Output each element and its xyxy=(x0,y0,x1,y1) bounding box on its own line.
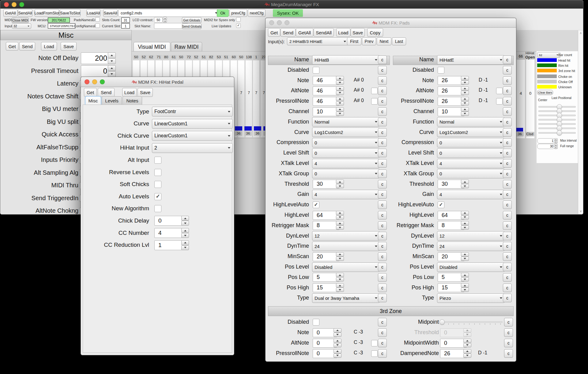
head-level-shift-dropdown[interactable]: 0 xyxy=(312,148,380,158)
copy-head-pos-level-button[interactable]: c xyxy=(378,263,387,271)
loadall-button[interactable]: LoadAll xyxy=(86,9,100,17)
head-highlevel-field[interactable]: 64 xyxy=(313,211,340,220)
third-zone-pressrollnote-note-checkbox[interactable] xyxy=(371,350,378,357)
copy-third-zone-disabled-button[interactable]: c xyxy=(378,318,387,326)
live-updates-checkbox[interactable] xyxy=(236,23,241,28)
save-to-slot-button[interactable]: SaveToSlot xyxy=(60,9,81,17)
step-up-button[interactable] xyxy=(461,283,469,288)
copy-head-dynlevel-button[interactable]: c xyxy=(378,232,387,240)
slots-count-field[interactable]: 31 xyxy=(121,17,130,23)
step-down-button[interactable] xyxy=(461,184,469,188)
step-down-button[interactable] xyxy=(163,20,167,23)
rim-pos-high-stepper[interactable] xyxy=(461,283,469,292)
full-range-stepper[interactable] xyxy=(554,144,558,148)
step-down-button[interactable] xyxy=(336,184,344,188)
tab-notes[interactable]: Notes xyxy=(123,96,142,105)
rim-pos-low-field[interactable]: 5 xyxy=(438,273,465,282)
step-up-button[interactable] xyxy=(461,180,469,184)
copy-third-zone-midpointwidth-button[interactable]: c xyxy=(504,339,513,347)
copy-head-type-button[interactable]: c xyxy=(378,294,387,302)
step-down-button[interactable] xyxy=(461,215,469,219)
rim-type-dropdown[interactable]: Piezo xyxy=(437,293,505,303)
positional-slider-thumb[interactable] xyxy=(557,130,562,135)
rim-dynlevel-dropdown[interactable]: 12 xyxy=(437,231,505,241)
rim-curve-dropdown[interactable]: Log1Custom2 xyxy=(437,128,505,137)
step-up-button[interactable] xyxy=(334,339,341,343)
inputs-dropdown[interactable]: 32 xyxy=(12,23,31,29)
copy-rim-gain-button[interactable]: c xyxy=(503,190,512,199)
head-pressrollnote-stepper[interactable] xyxy=(336,97,344,105)
prev-cfg-button[interactable]: prevCfg xyxy=(229,9,247,17)
pedal-send-button[interactable]: Send xyxy=(98,88,115,97)
step-down-button[interactable] xyxy=(461,257,469,261)
copy-third-zone-pressrollnote-button[interactable]: c xyxy=(378,349,387,358)
close-midi-button[interactable]: Close MIDI xyxy=(12,17,29,23)
copy-head-note-button[interactable]: c xyxy=(378,76,387,85)
head-dyntime-dropdown[interactable]: 24 xyxy=(312,242,380,251)
pads-send-button[interactable]: Send xyxy=(281,28,296,37)
copy-rim-threshold-button[interactable]: c xyxy=(503,180,512,189)
copy-rim-minscan-button[interactable]: c xyxy=(503,252,512,261)
step-down-button[interactable] xyxy=(181,233,189,238)
config-names-en-checkbox[interactable] xyxy=(95,23,100,28)
rim-altnote-field[interactable]: 26 xyxy=(438,86,465,95)
head-altnote-stepper[interactable] xyxy=(336,86,344,95)
third-zone-threshold-field[interactable]: 0 xyxy=(440,328,467,337)
third-zone-note-stepper[interactable] xyxy=(334,328,341,337)
copy-rim-pos-low-button[interactable]: c xyxy=(503,273,512,282)
step-down-button[interactable] xyxy=(463,353,471,358)
copy-head-retrigger-mask-button[interactable]: c xyxy=(378,221,387,230)
auto-levels-checkbox[interactable] xyxy=(154,193,161,200)
get-globals-button[interactable]: Get Globals xyxy=(182,17,202,23)
step-up-button[interactable] xyxy=(461,221,469,225)
rim-pos-low-stepper[interactable] xyxy=(461,273,469,281)
cc-reduction-lvl-field[interactable]: 1 xyxy=(154,240,184,250)
copy-rim-note-button[interactable]: c xyxy=(503,76,512,85)
copy-head-pos-low-button[interactable]: c xyxy=(378,273,387,282)
step-up-button[interactable] xyxy=(461,76,469,80)
pedal-save-button[interactable]: Save xyxy=(138,88,153,97)
pads-sendall-button[interactable]: SendAll xyxy=(314,28,334,37)
chick-curve-dropdown[interactable]: LinearCustom1 xyxy=(152,131,233,141)
third-zone-disabled-checkbox[interactable] xyxy=(313,319,319,326)
head-highlevelauto-checkbox[interactable] xyxy=(313,201,319,208)
rim-channel-stepper[interactable] xyxy=(461,107,469,116)
copy-head-compression-button[interactable]: c xyxy=(378,138,387,147)
head-note-field[interactable]: 46 xyxy=(313,76,340,85)
rim-minscan-field[interactable]: 20 xyxy=(438,252,465,261)
step-down-button[interactable] xyxy=(336,112,344,116)
head-minscan-stepper[interactable] xyxy=(336,252,344,261)
close-button[interactable] xyxy=(85,79,89,84)
first-pad-button[interactable]: First xyxy=(347,37,361,45)
full-range-field[interactable]: 30 xyxy=(537,144,555,149)
copy-rim-level-shift-button[interactable]: c xyxy=(503,149,512,157)
copy-rim-compression-button[interactable]: c xyxy=(503,138,512,147)
step-down-button[interactable] xyxy=(336,257,344,261)
last-pad-button[interactable]: Last xyxy=(392,37,406,45)
step-down-button[interactable] xyxy=(336,101,344,105)
step-up-button[interactable] xyxy=(336,107,344,112)
copy-head-function-button[interactable]: c xyxy=(378,118,387,126)
step-up-button[interactable] xyxy=(108,52,116,58)
step-up-button[interactable] xyxy=(336,221,344,225)
step-down-button[interactable] xyxy=(336,277,344,281)
tab-misc[interactable]: Misc xyxy=(85,96,101,105)
head-disabled-checkbox[interactable] xyxy=(313,67,319,74)
head-altnote-note-checkbox[interactable] xyxy=(371,88,378,94)
step-down-button[interactable] xyxy=(181,245,189,250)
step-down-button[interactable] xyxy=(336,91,344,95)
chick-delay-field[interactable]: 0 xyxy=(154,216,184,226)
reverse-levels-checkbox[interactable] xyxy=(154,169,161,176)
copy-head-name-button[interactable]: c xyxy=(378,55,387,64)
copy-rim-highlevel-button[interactable]: c xyxy=(503,211,512,219)
step-up-button[interactable] xyxy=(336,76,344,80)
head-pressrollnote-note-checkbox[interactable] xyxy=(371,98,378,105)
copy-head-pos-high-button[interactable]: c xyxy=(378,284,387,292)
step-down-button[interactable] xyxy=(108,58,116,64)
close-button[interactable] xyxy=(4,2,9,7)
step-down-button[interactable] xyxy=(463,343,471,347)
sendall-button[interactable]: SendAll xyxy=(18,9,32,17)
cc-number-stepper[interactable] xyxy=(181,228,189,237)
misc-load-button[interactable]: Load xyxy=(41,42,57,51)
rim-note-field[interactable]: 26 xyxy=(438,76,465,85)
